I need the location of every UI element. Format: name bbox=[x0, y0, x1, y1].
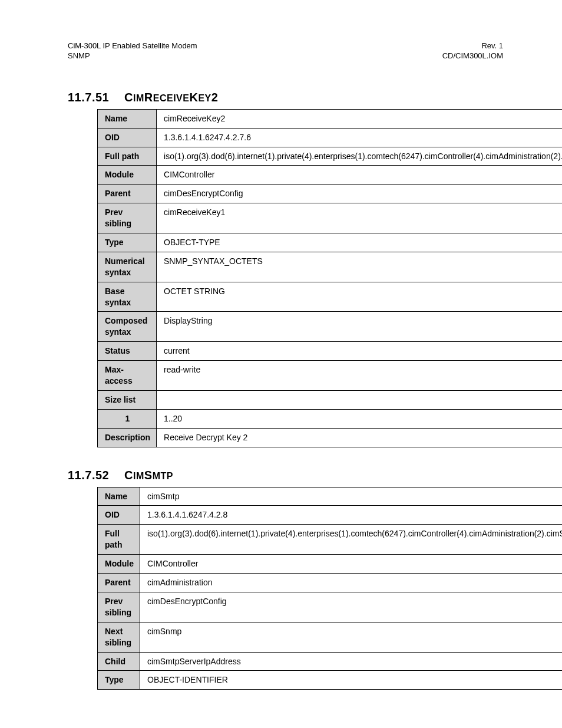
page: CiM-300L IP Enabled Satellite Modem SNMP… bbox=[0, 0, 562, 728]
row-value: cimDesEncryptConfig bbox=[157, 185, 562, 203]
section-heading: 11.7.52 CIMSMTP bbox=[68, 469, 503, 482]
table-row: NamecimSmtp bbox=[98, 487, 563, 506]
header-right-line2: CD/CIM300L.IOM bbox=[442, 51, 503, 61]
definition-table: NamecimReceiveKey2OID1.3.6.1.4.1.6247.4.… bbox=[97, 109, 562, 447]
section-heading: 11.7.51 CIMRECEIVEKEY2 bbox=[68, 91, 503, 104]
table-row: Statuscurrent bbox=[98, 342, 563, 361]
row-value: CIMController bbox=[157, 166, 562, 185]
row-value: iso(1).org(3).dod(6).internet(1).private… bbox=[157, 147, 562, 166]
row-value: 1.3.6.1.4.1.6247.4.2.7.6 bbox=[157, 128, 562, 147]
row-value: 1.3.6.1.4.1.6247.4.2.8 bbox=[140, 506, 563, 525]
header-left: CiM-300L IP Enabled Satellite Modem SNMP bbox=[68, 41, 197, 61]
row-value: cimDesEncryptConfig bbox=[140, 592, 563, 622]
row-value: current bbox=[157, 342, 562, 361]
row-label: Full path bbox=[98, 147, 157, 166]
table-row: OID1.3.6.1.4.1.6247.4.2.7.6 bbox=[98, 128, 563, 147]
row-value: cimSmtp bbox=[140, 487, 563, 506]
section-title: CIMRECEIVEKEY2 bbox=[124, 91, 218, 104]
row-label: Status bbox=[98, 342, 157, 361]
table-row: ParentcimAdministration bbox=[98, 574, 563, 592]
row-label: Name bbox=[98, 109, 157, 128]
row-label: Full path bbox=[98, 525, 140, 555]
header-right: Rev. 1 CD/CIM300L.IOM bbox=[442, 41, 503, 61]
definition-table: NamecimSmtpOID1.3.6.1.4.1.6247.4.2.8Full… bbox=[97, 487, 562, 690]
row-value: cimAdministration bbox=[140, 574, 563, 592]
header-right-line1: Rev. 1 bbox=[442, 41, 503, 51]
row-label: Size list bbox=[98, 390, 157, 409]
row-value bbox=[157, 390, 562, 409]
row-label: 1 bbox=[98, 409, 157, 428]
table-row: Next siblingcimSnmp bbox=[98, 622, 563, 652]
row-value: cimReceiveKey2 bbox=[157, 109, 562, 128]
row-value: OBJECT-TYPE bbox=[157, 233, 562, 252]
row-label: Prev sibling bbox=[98, 592, 140, 622]
table-row: OID1.3.6.1.4.1.6247.4.2.8 bbox=[98, 506, 563, 525]
row-value: 1..20 bbox=[157, 409, 562, 428]
table-row: ModuleCIMController bbox=[98, 166, 563, 185]
row-label: Module bbox=[98, 555, 140, 574]
row-value: OBJECT-IDENTIFIER bbox=[140, 671, 563, 690]
table-row: Prev siblingcimReceiveKey1 bbox=[98, 203, 563, 233]
table-row: NamecimReceiveKey2 bbox=[98, 109, 563, 128]
row-label: Child bbox=[98, 652, 140, 671]
header-left-line1: CiM-300L IP Enabled Satellite Modem bbox=[68, 41, 197, 51]
row-value: CIMController bbox=[140, 555, 563, 574]
table-row: TypeOBJECT-IDENTIFIER bbox=[98, 671, 563, 690]
row-label: Type bbox=[98, 233, 157, 252]
table-row: DescriptionReceive Decrypt Key 2 bbox=[98, 428, 563, 447]
row-value: read-write bbox=[157, 361, 562, 391]
row-value: OCTET STRING bbox=[157, 282, 562, 312]
row-label: Description bbox=[98, 428, 157, 447]
row-label: Name bbox=[98, 487, 140, 506]
table-row: Full pathiso(1).org(3).dod(6).internet(1… bbox=[98, 525, 563, 555]
row-label: Numerical syntax bbox=[98, 252, 157, 282]
row-value: cimSmtpServerIpAddress bbox=[140, 652, 563, 671]
table-row: Numerical syntaxSNMP_SYNTAX_OCTETS bbox=[98, 252, 563, 282]
row-label: Next sibling bbox=[98, 622, 140, 652]
table-row: Composed syntaxDisplayString bbox=[98, 312, 563, 342]
table-row: 11..20 bbox=[98, 409, 563, 428]
section-title: CIMSMTP bbox=[124, 469, 173, 482]
row-value: Receive Decrypt Key 2 bbox=[157, 428, 562, 447]
table-row: ChildcimSmtpServerIpAddress bbox=[98, 652, 563, 671]
row-label: Max-access bbox=[98, 361, 157, 391]
row-label: Module bbox=[98, 166, 157, 185]
row-label: Type bbox=[98, 671, 140, 690]
row-label: Composed syntax bbox=[98, 312, 157, 342]
row-label: OID bbox=[98, 506, 140, 525]
row-label: Prev sibling bbox=[98, 203, 157, 233]
row-label: OID bbox=[98, 128, 157, 147]
table-row: Full pathiso(1).org(3).dod(6).internet(1… bbox=[98, 147, 563, 166]
table-row: ParentcimDesEncryptConfig bbox=[98, 185, 563, 203]
header-left-line2: SNMP bbox=[68, 51, 197, 61]
section-number: 11.7.51 bbox=[68, 91, 121, 104]
row-value: SNMP_SYNTAX_OCTETS bbox=[157, 252, 562, 282]
table-row: Max-accessread-write bbox=[98, 361, 563, 391]
table-row: Prev siblingcimDesEncryptConfig bbox=[98, 592, 563, 622]
row-value: cimReceiveKey1 bbox=[157, 203, 562, 233]
table-row: Base syntaxOCTET STRING bbox=[98, 282, 563, 312]
row-value: iso(1).org(3).dod(6).internet(1).private… bbox=[140, 525, 563, 555]
row-value: DisplayString bbox=[157, 312, 562, 342]
row-label: Base syntax bbox=[98, 282, 157, 312]
row-value: cimSnmp bbox=[140, 622, 563, 652]
section-number: 11.7.52 bbox=[68, 469, 121, 482]
table-row: Size list bbox=[98, 390, 563, 409]
row-label: Parent bbox=[98, 574, 140, 592]
table-row: TypeOBJECT-TYPE bbox=[98, 233, 563, 252]
page-header: CiM-300L IP Enabled Satellite Modem SNMP… bbox=[68, 41, 503, 61]
row-label: Parent bbox=[98, 185, 157, 203]
table-row: ModuleCIMController bbox=[98, 555, 563, 574]
